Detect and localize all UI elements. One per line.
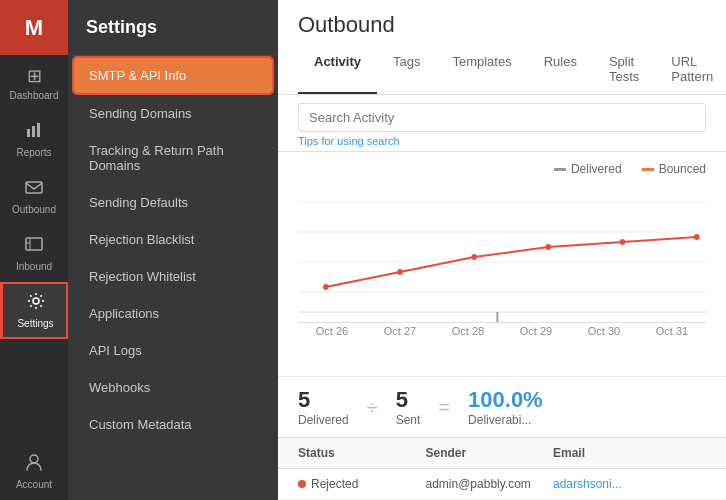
main-content: Outbound Activity Tags Templates Rules S… bbox=[278, 0, 726, 500]
tips-link[interactable]: Tips for using search bbox=[298, 135, 706, 147]
chart-svg bbox=[298, 182, 706, 322]
delivered-dot bbox=[554, 168, 566, 171]
settings-title: Settings bbox=[68, 0, 278, 56]
x-label-3: Oct 29 bbox=[502, 325, 570, 337]
sent-count: 5 bbox=[396, 387, 421, 413]
svg-rect-0 bbox=[27, 129, 30, 137]
status-text: Rejected bbox=[311, 477, 358, 491]
chart-area: Delivered Bounced bbox=[278, 152, 726, 376]
bounced-dot bbox=[642, 168, 654, 171]
account-icon bbox=[25, 453, 43, 476]
svg-point-17 bbox=[620, 239, 626, 245]
svg-rect-4 bbox=[26, 238, 42, 250]
tab-templates[interactable]: Templates bbox=[436, 46, 527, 94]
table-header: Status Sender Email bbox=[278, 438, 726, 469]
main-header: Outbound Activity Tags Templates Rules S… bbox=[278, 0, 726, 95]
menu-item-sending-domains[interactable]: Sending Domains bbox=[68, 95, 278, 132]
svg-rect-1 bbox=[32, 126, 35, 137]
status-badge: Rejected bbox=[298, 477, 426, 491]
x-axis: Oct 26 Oct 27 Oct 28 Oct 29 Oct 30 Oct 3… bbox=[298, 322, 706, 339]
table-row: Rejected admin@pabbly.com adarshsoni... bbox=[278, 469, 726, 500]
x-label-5: Oct 31 bbox=[638, 325, 706, 337]
menu-item-api-logs[interactable]: API Logs bbox=[68, 332, 278, 369]
sidebar-item-settings[interactable]: Settings bbox=[0, 282, 68, 339]
td-sender: admin@pabbly.com bbox=[426, 477, 554, 491]
delivered-count: 5 bbox=[298, 387, 349, 413]
dashboard-label: Dashboard bbox=[10, 90, 59, 101]
account-label: Account bbox=[16, 479, 52, 490]
svg-point-18 bbox=[694, 234, 700, 240]
x-label-2: Oct 28 bbox=[434, 325, 502, 337]
stats-row: 5 Delivered ÷ 5 Sent = 100.0% Deliverabi… bbox=[278, 376, 726, 437]
x-label-1: Oct 27 bbox=[366, 325, 434, 337]
settings-label: Settings bbox=[17, 318, 53, 329]
tab-url-pattern[interactable]: URL Pattern bbox=[655, 46, 726, 94]
table-section: Status Sender Email Rejected admin@pabbl… bbox=[278, 437, 726, 500]
td-status: Rejected bbox=[298, 477, 426, 491]
delivered-label: Delivered bbox=[571, 162, 622, 176]
svg-point-15 bbox=[471, 254, 477, 260]
tab-activity[interactable]: Activity bbox=[298, 46, 377, 94]
svg-point-14 bbox=[397, 269, 403, 275]
svg-rect-2 bbox=[37, 123, 40, 137]
search-input[interactable] bbox=[298, 103, 706, 132]
page-title: Outbound bbox=[298, 12, 706, 38]
sidebar-item-reports[interactable]: Reports bbox=[0, 111, 68, 168]
th-status: Status bbox=[298, 446, 426, 460]
stat-sent: 5 Sent bbox=[396, 387, 421, 427]
chart-legend: Delivered Bounced bbox=[298, 162, 706, 176]
bounced-label: Bounced bbox=[659, 162, 706, 176]
sidebar-item-dashboard[interactable]: ⊞ Dashboard bbox=[0, 55, 68, 111]
menu-item-tracking[interactable]: Tracking & Return Path Domains bbox=[68, 132, 278, 184]
sidebar-item-account[interactable]: Account bbox=[0, 443, 68, 500]
reports-label: Reports bbox=[16, 147, 51, 158]
search-area: Tips for using search bbox=[278, 95, 726, 152]
outbound-icon bbox=[25, 178, 43, 201]
tab-split-tests[interactable]: Split Tests bbox=[593, 46, 655, 94]
tab-rules[interactable]: Rules bbox=[528, 46, 593, 94]
sidebar-item-inbound[interactable]: Inbound bbox=[0, 225, 68, 282]
logo-icon: M bbox=[25, 15, 43, 41]
svg-point-13 bbox=[323, 284, 329, 290]
x-label-4: Oct 30 bbox=[570, 325, 638, 337]
menu-item-applications[interactable]: Applications bbox=[68, 295, 278, 332]
tabs: Activity Tags Templates Rules Split Test… bbox=[298, 46, 706, 94]
svg-point-8 bbox=[30, 455, 38, 463]
svg-point-7 bbox=[33, 298, 39, 304]
reports-icon bbox=[25, 121, 43, 144]
menu-item-smtp[interactable]: SMTP & API Info bbox=[74, 58, 272, 93]
status-dot bbox=[298, 480, 306, 488]
stat-delivered: 5 Delivered bbox=[298, 387, 349, 427]
svg-point-16 bbox=[546, 244, 552, 250]
menu-item-rejection-blacklist[interactable]: Rejection Blacklist bbox=[68, 221, 278, 258]
deliverability-count: 100.0% bbox=[468, 387, 543, 413]
menu-item-rejection-whitelist[interactable]: Rejection Whitelist bbox=[68, 258, 278, 295]
inbound-icon bbox=[25, 235, 43, 258]
sidebar-item-outbound[interactable]: Outbound bbox=[0, 168, 68, 225]
sent-stat-label: Sent bbox=[396, 413, 421, 427]
menu-item-custom-metadata[interactable]: Custom Metadata bbox=[68, 406, 278, 443]
x-label-0: Oct 26 bbox=[298, 325, 366, 337]
deliverability-stat-label: Deliverabi... bbox=[468, 413, 543, 427]
menu-item-webhooks[interactable]: Webhooks bbox=[68, 369, 278, 406]
dashboard-icon: ⊞ bbox=[27, 65, 42, 87]
th-sender: Sender bbox=[426, 446, 554, 460]
svg-rect-3 bbox=[26, 182, 42, 193]
tab-tags[interactable]: Tags bbox=[377, 46, 436, 94]
th-email: Email bbox=[553, 446, 706, 460]
icon-sidebar: M ⊞ Dashboard Reports Outbound Inbound S… bbox=[0, 0, 68, 500]
inbound-label: Inbound bbox=[16, 261, 52, 272]
logo[interactable]: M bbox=[0, 0, 68, 55]
legend-bounced: Bounced bbox=[642, 162, 706, 176]
td-email: adarshsoni... bbox=[553, 477, 706, 491]
menu-item-sending-defaults[interactable]: Sending Defaults bbox=[68, 184, 278, 221]
settings-icon bbox=[27, 292, 45, 315]
equals-icon: = bbox=[428, 396, 460, 419]
delivered-stat-label: Delivered bbox=[298, 413, 349, 427]
legend-delivered: Delivered bbox=[554, 162, 622, 176]
outbound-label: Outbound bbox=[12, 204, 56, 215]
stat-deliverability: 100.0% Deliverabi... bbox=[468, 387, 543, 427]
menu-sidebar: Settings SMTP & API Info Sending Domains… bbox=[68, 0, 278, 500]
divide-icon: ÷ bbox=[357, 396, 388, 419]
